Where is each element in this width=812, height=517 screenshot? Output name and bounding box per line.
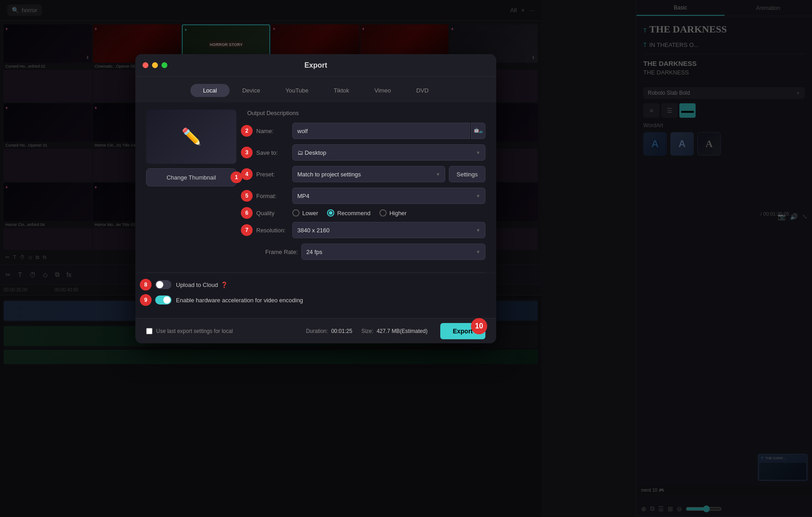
format-select[interactable]: MP4 ▼ <box>292 188 485 204</box>
resolution-row: 7 Resolution: 3840 x 2160 ▼ <box>247 222 485 238</box>
minimize-dot[interactable] <box>152 62 158 68</box>
frame-rate-row: Frame Rate: 24 fps ▼ <box>247 244 485 260</box>
export-modal: Export Local Device YouTube Tiktok Vimeo… <box>135 54 496 343</box>
quality-label: Quality <box>256 210 292 217</box>
step-badge-9: 9 <box>140 294 152 306</box>
frame-rate-label: Frame Rate: <box>265 249 301 255</box>
hw-accel-label: Enable hardware acceleration for video e… <box>176 297 303 304</box>
thumbnail-icon: ✏️ <box>181 127 202 146</box>
upload-cloud-row: 8 Upload to Cloud ❓ <box>146 280 485 289</box>
quality-recommend-radio <box>327 209 334 217</box>
step-badge-8: 8 <box>140 279 152 291</box>
upload-cloud-label: Upload to Cloud <box>176 282 218 288</box>
save-to-select[interactable]: 🗂 Desktop ▼ <box>292 144 485 161</box>
cloud-section: 8 Upload to Cloud ❓ 9 Enable hardware ac… <box>135 273 496 318</box>
last-export-label: Use last export settings for local <box>156 328 233 334</box>
tab-tiktok[interactable]: Tiktok <box>321 84 362 97</box>
name-label: Name: <box>256 128 292 134</box>
quality-row: 6 Quality Lower Recommend <box>247 209 485 217</box>
upload-cloud-toggle[interactable] <box>155 280 171 289</box>
step-badge-3: 3 <box>241 147 253 158</box>
step-badge-4: 4 <box>241 168 253 180</box>
quality-options: Lower Recommend Higher <box>292 209 485 217</box>
name-input[interactable] <box>297 128 465 134</box>
format-row: 5 Format: MP4 ▼ <box>247 188 485 204</box>
ai-button[interactable]: 🤖AI <box>471 123 485 139</box>
quality-higher-radio <box>379 209 387 217</box>
frame-rate-select[interactable]: 24 fps ▼ <box>301 244 485 260</box>
save-to-label: Save to: <box>256 149 292 156</box>
resolution-label: Resolution: <box>256 227 292 234</box>
preset-row: 4 Preset: Match to project settings ▼ Se… <box>247 166 485 182</box>
step-badge-2: 2 <box>241 125 253 137</box>
export-tabs: Local Device YouTube Tiktok Vimeo DVD <box>135 77 496 102</box>
hw-accel-toggle[interactable] <box>155 295 171 305</box>
step-badge-6: 6 <box>241 207 253 219</box>
resolution-chevron: ▼ <box>476 228 480 233</box>
tab-device[interactable]: Device <box>230 84 273 97</box>
duration-value: 00:01:25 <box>331 328 352 334</box>
quality-higher[interactable]: Higher <box>379 209 406 217</box>
quality-lower-radio <box>292 209 300 217</box>
size-stat: Size: 427.7 MB(Estimated) <box>361 328 428 334</box>
modal-title: Export <box>304 61 328 69</box>
toggle-knob <box>156 281 163 288</box>
save-to-chevron: ▼ <box>476 150 480 155</box>
modal-footer: Use last export settings for local Durat… <box>135 318 496 343</box>
export-body: ✏️ Change Thumbnail 1 Output Description… <box>135 102 496 272</box>
tab-youtube[interactable]: YouTube <box>273 84 321 97</box>
change-thumbnail-button[interactable]: Change Thumbnail 1 <box>146 168 236 186</box>
tab-local[interactable]: Local <box>190 84 230 97</box>
step-badge-10: 10 <box>471 318 487 334</box>
radio-dot <box>329 211 332 215</box>
format-label: Format: <box>256 193 292 199</box>
duration-stat: Duration: 00:01:25 <box>306 328 352 334</box>
quality-lower[interactable]: Lower <box>292 209 318 217</box>
size-value: 427.7 MB(Estimated) <box>377 328 428 334</box>
preset-label: Preset: <box>256 171 292 178</box>
window-controls <box>143 62 167 68</box>
footer-stats: Duration: 00:01:25 Size: 427.7 MB(Estima… <box>306 328 428 334</box>
section-title: Output Descriptions <box>247 110 485 116</box>
toggle-knob-2 <box>163 296 171 304</box>
maximize-dot[interactable] <box>161 62 167 68</box>
frame-rate-chevron: ▼ <box>476 249 480 254</box>
step-badge-5: 5 <box>241 190 253 202</box>
tab-vimeo[interactable]: Vimeo <box>362 84 404 97</box>
thumbnail-box: ✏️ <box>146 110 236 164</box>
settings-button[interactable]: Settings <box>449 166 485 182</box>
quality-recommend[interactable]: Recommend <box>327 209 370 217</box>
name-row: 2 Name: 🤖AI <box>247 123 485 139</box>
close-dot[interactable] <box>143 62 148 68</box>
format-chevron: ▼ <box>476 194 480 198</box>
change-thumb-label: Change Thumbnail <box>166 174 216 181</box>
thumbnail-area: ✏️ Change Thumbnail 1 <box>146 110 236 265</box>
output-descriptions: Output Descriptions 2 Name: 🤖AI 3 <box>247 110 485 265</box>
resolution-select[interactable]: 3840 x 2160 ▼ <box>292 222 485 238</box>
save-to-row: 3 Save to: 🗂 Desktop ▼ <box>247 144 485 161</box>
step-badge-7: 7 <box>241 224 253 236</box>
name-input-wrapper <box>292 123 470 139</box>
tab-dvd[interactable]: DVD <box>404 84 441 97</box>
preset-select[interactable]: Match to project settings ▼ <box>292 166 445 182</box>
last-export-checkbox[interactable] <box>146 328 152 334</box>
last-export-checkbox-row: Use last export settings for local <box>146 328 233 334</box>
hw-accel-row: 9 Enable hardware acceleration for video… <box>146 295 485 305</box>
preset-chevron: ▼ <box>436 172 440 177</box>
modal-header: Export <box>135 54 496 77</box>
help-icon[interactable]: ❓ <box>221 282 228 288</box>
